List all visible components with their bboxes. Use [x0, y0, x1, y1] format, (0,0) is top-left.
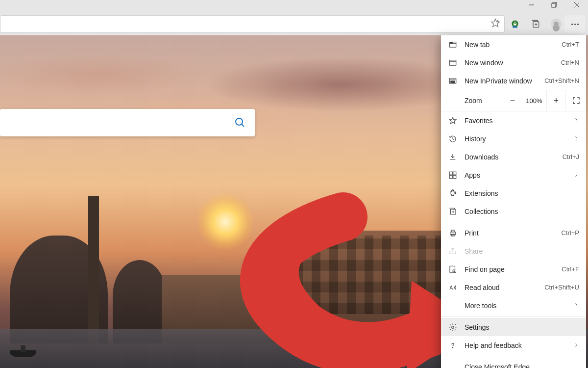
menu-item-label: Read aloud: [465, 284, 544, 291]
collections-icon: [448, 207, 458, 216]
share-icon: [448, 246, 458, 256]
menu-new-window[interactable]: New window Ctrl+N: [441, 53, 586, 72]
menu-close-edge[interactable]: Close Microsoft Edge: [441, 358, 586, 368]
svg-text:A: A: [449, 284, 453, 290]
menu-help[interactable]: Help and feedback: [441, 336, 586, 354]
menu-extensions[interactable]: Extensions: [441, 184, 586, 202]
maximize-button[interactable]: [543, 0, 565, 10]
svg-rect-28: [453, 175, 456, 178]
zoom-label: Zoom: [441, 97, 503, 105]
menu-item-label: New InPrivate window: [465, 77, 544, 85]
svg-point-42: [452, 347, 453, 347]
menu-share: Share: [441, 242, 586, 260]
svg-point-41: [452, 326, 454, 328]
history-icon: [448, 134, 458, 144]
favorites-icon: [448, 116, 458, 126]
extension-idm-icon[interactable]: [510, 19, 520, 29]
new-tab-icon: [448, 40, 458, 50]
svg-rect-18: [450, 42, 453, 43]
menu-item-label: More tools: [465, 302, 573, 310]
menu-favorites[interactable]: Favorites: [441, 111, 586, 130]
add-favorite-icon[interactable]: [490, 18, 500, 30]
svg-rect-9: [513, 26, 517, 28]
svg-rect-19: [449, 60, 456, 65]
menu-collections[interactable]: Collections: [441, 202, 586, 220]
search-icon[interactable]: [234, 117, 246, 129]
chevron-right-icon: [573, 342, 579, 349]
menu-item-label: New tab: [465, 41, 562, 49]
zoom-in-button[interactable]: +: [546, 90, 566, 111]
more-icon: [571, 24, 579, 25]
menu-find[interactable]: Find on page Ctrl+F: [441, 260, 586, 278]
chevron-right-icon: [573, 135, 579, 143]
menu-item-label: Find on page: [465, 265, 562, 273]
svg-rect-27: [449, 175, 452, 178]
search-box[interactable]: [0, 109, 255, 136]
svg-line-14: [242, 124, 244, 127]
menu-item-shortcut: Ctrl+Shift+N: [544, 77, 579, 84]
menu-item-shortcut: Ctrl+F: [562, 265, 579, 273]
menu-separator: [441, 356, 586, 356]
menu-history[interactable]: History: [441, 130, 586, 148]
print-icon: [448, 228, 458, 238]
menu-item-label: Print: [465, 229, 562, 237]
settings-menu: New tab Ctrl+T New window Ctrl+N New InP…: [441, 35, 586, 368]
menu-zoom-row: Zoom − 100% +: [441, 90, 586, 111]
menu-item-label: Extensions: [465, 189, 579, 197]
svg-rect-26: [453, 172, 456, 175]
menu-read-aloud[interactable]: A Read aloud Ctrl+Shift+U: [441, 278, 586, 296]
svg-rect-25: [449, 172, 452, 175]
menu-more-tools[interactable]: More tools: [441, 296, 586, 315]
read-aloud-icon: A: [448, 283, 458, 292]
zoom-value: 100%: [522, 97, 546, 105]
chevron-right-icon: [573, 302, 579, 310]
menu-item-shortcut: Ctrl+P: [562, 229, 579, 237]
menu-item-shortcut: Ctrl+T: [562, 41, 579, 48]
menu-item-shortcut: Ctrl+J: [563, 153, 579, 160]
menu-item-label: History: [465, 135, 573, 143]
menu-item-label: Share: [465, 247, 579, 255]
find-icon: [448, 264, 458, 274]
svg-marker-24: [449, 117, 456, 124]
menu-new-tab[interactable]: New tab Ctrl+T: [441, 35, 586, 53]
chevron-right-icon: [573, 171, 579, 179]
menu-print[interactable]: Print Ctrl+P: [441, 224, 586, 242]
menu-item-shortcut: Ctrl+Shift+U: [544, 284, 579, 291]
menu-new-inprivate[interactable]: New InPrivate window Ctrl+Shift+N: [441, 72, 586, 90]
settings-icon: [448, 322, 458, 332]
menu-item-label: Downloads: [465, 153, 563, 161]
fullscreen-button[interactable]: [565, 90, 586, 111]
more-menu-button[interactable]: [564, 15, 585, 33]
profile-icon[interactable]: [551, 19, 562, 29]
minimize-button[interactable]: [520, 0, 543, 10]
menu-separator: [441, 316, 586, 316]
menu-downloads[interactable]: Downloads Ctrl+J: [441, 148, 586, 166]
menu-item-label: Apps: [465, 171, 573, 179]
address-bar[interactable]: [0, 15, 505, 33]
new-window-icon: [448, 58, 458, 68]
menu-settings[interactable]: Settings: [441, 318, 586, 336]
window-controls: [520, 0, 588, 10]
svg-rect-23: [451, 81, 455, 83]
collections-toolbar-icon[interactable]: [530, 19, 541, 29]
extensions-icon: [448, 188, 458, 198]
svg-rect-2: [552, 3, 556, 7]
svg-rect-34: [450, 232, 456, 235]
menu-item-label: Settings: [465, 323, 579, 331]
toolbar: [0, 13, 588, 35]
menu-apps[interactable]: Apps: [441, 166, 586, 184]
close-button[interactable]: [565, 0, 588, 10]
downloads-icon: [448, 152, 458, 162]
menu-item-label: New window: [465, 59, 561, 67]
menu-item-label: Help and feedback: [465, 342, 573, 349]
menu-item-label: Favorites: [465, 117, 573, 125]
menu-separator: [441, 222, 586, 222]
apps-icon: [448, 170, 458, 180]
chevron-right-icon: [573, 117, 579, 125]
toolbar-icons: [507, 19, 564, 29]
menu-item-shortcut: Ctrl+N: [561, 59, 579, 66]
help-icon: [448, 341, 458, 350]
inprivate-icon: [448, 76, 458, 86]
menu-item-label: Close Microsoft Edge: [465, 363, 579, 368]
zoom-out-button[interactable]: −: [503, 90, 522, 111]
